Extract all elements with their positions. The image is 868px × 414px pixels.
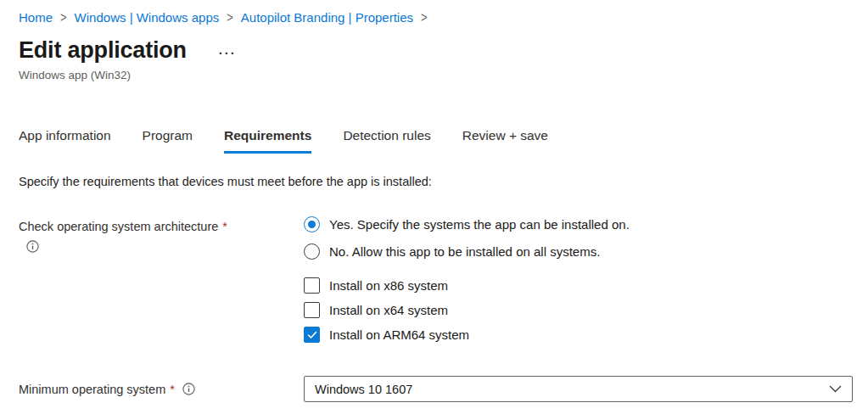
radio-selected-icon [304, 216, 320, 232]
page-title: Edit application [19, 37, 187, 64]
checkbox-label: Install on x86 system [329, 278, 448, 293]
tab-review-save[interactable]: Review + save [462, 128, 548, 154]
checkbox-install-x64[interactable]: Install on x64 system [304, 302, 853, 318]
tab-requirements[interactable]: Requirements [224, 128, 311, 154]
checkbox-unchecked-icon [304, 277, 320, 294]
checkbox-label: Install on x64 system [329, 303, 448, 317]
checkbox-unchecked-icon [304, 302, 320, 318]
tab-bar: App information Program Requirements Det… [19, 128, 853, 154]
breadcrumb-separator: > [227, 9, 233, 25]
info-icon[interactable] [26, 240, 39, 253]
radio-unselected-icon [304, 243, 320, 260]
checkbox-install-x86[interactable]: Install on x86 system [304, 277, 853, 294]
checkbox-checked-icon [304, 327, 320, 343]
minimum-os-label: Minimum operating system [19, 383, 165, 396]
os-architecture-row: Check operating system architecture* Yes… [19, 216, 853, 351]
minimum-os-row: Minimum operating system* Windows 10 160… [19, 376, 853, 402]
required-asterisk: * [222, 220, 227, 233]
title-row: Edit application ··· [19, 37, 853, 64]
tab-program[interactable]: Program [143, 128, 193, 154]
minimum-os-selected-value: Windows 10 1607 [315, 383, 412, 396]
required-asterisk: * [170, 383, 175, 396]
breadcrumb-link-windows-apps[interactable]: Windows | Windows apps [75, 10, 220, 25]
checkbox-label: Install on ARM64 system [329, 327, 469, 342]
tab-detection-rules[interactable]: Detection rules [343, 128, 430, 154]
minimum-os-dropdown[interactable]: Windows 10 1607 [304, 376, 853, 402]
breadcrumb: Home > Windows | Windows apps > Autopilo… [19, 10, 853, 25]
chevron-down-icon [829, 385, 842, 393]
breadcrumb-separator: > [421, 9, 428, 25]
page-subtitle: Windows app (Win32) [19, 69, 853, 81]
architecture-checkbox-group: Install on x86 system Install on x64 sys… [304, 277, 853, 343]
more-menu-icon[interactable]: ··· [219, 47, 237, 59]
os-architecture-label: Check operating system architecture [19, 220, 218, 233]
radio-yes-specify-systems[interactable]: Yes. Specify the systems the app can be … [304, 216, 853, 232]
breadcrumb-link-autopilot-branding-properties[interactable]: Autopilot Branding | Properties [241, 10, 413, 25]
requirements-description: Specify the requirements that devices mu… [19, 175, 853, 188]
edit-application-page: Home > Windows | Windows apps > Autopilo… [0, 0, 868, 402]
breadcrumb-link-home[interactable]: Home [19, 10, 53, 25]
os-architecture-controls: Yes. Specify the systems the app can be … [304, 216, 853, 351]
breadcrumb-separator: > [60, 9, 67, 25]
os-architecture-label-col: Check operating system architecture* [19, 216, 304, 255]
checkbox-install-arm64[interactable]: Install on ARM64 system [304, 327, 853, 343]
radio-label: Yes. Specify the systems the app can be … [329, 217, 630, 232]
minimum-os-label-col: Minimum operating system* [19, 383, 304, 396]
radio-no-allow-all-systems[interactable]: No. Allow this app to be installed on al… [304, 243, 853, 260]
radio-label: No. Allow this app to be installed on al… [329, 244, 600, 259]
tab-app-information[interactable]: App information [19, 128, 111, 154]
info-icon[interactable] [182, 383, 195, 395]
